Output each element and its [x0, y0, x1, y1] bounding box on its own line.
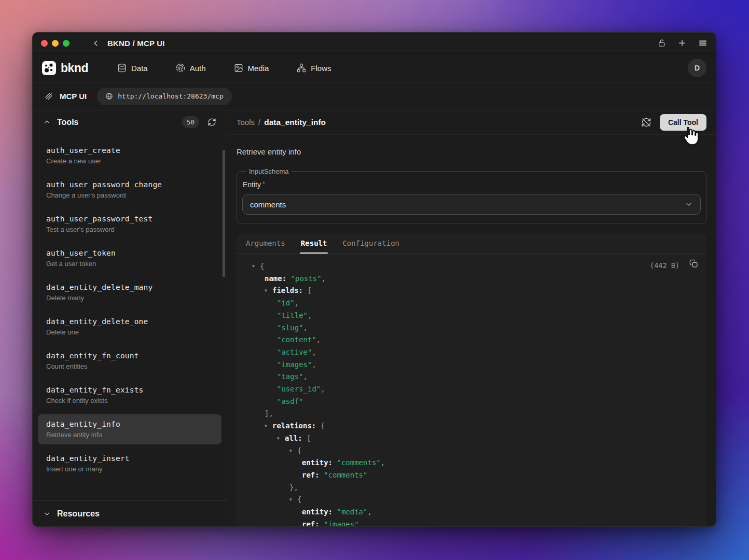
sidebar-item-data_entity_fn_count[interactable]: data_entity_fn_countCount entities: [38, 346, 221, 376]
json-line: "slug",: [245, 322, 698, 334]
json-line: entity: "media",: [245, 506, 698, 519]
window-titlebar: BKND / MCP UI: [33, 33, 716, 54]
json-key: relations:: [272, 422, 316, 430]
json-string-value: "posts": [291, 274, 322, 283]
brand-logo[interactable]: bknd: [42, 61, 88, 75]
json-line: "title",: [245, 310, 698, 322]
input-schema-fieldset: InputSchema Entity* comments: [237, 167, 706, 223]
globe-icon: [105, 92, 113, 100]
sidebar-item-data_entity_delete_one[interactable]: data_entity_delete_oneDelete one: [38, 312, 221, 342]
json-string-value: "images": [277, 360, 312, 369]
refresh-tools-button[interactable]: [207, 118, 216, 127]
nav-item-data[interactable]: Data: [117, 63, 148, 73]
content-area: Tools 50 auth_user_createCreate a new us…: [33, 110, 716, 526]
json-punctuation: ,: [321, 385, 325, 393]
expand-arrow-icon[interactable]: ▼: [265, 285, 272, 297]
close-button[interactable]: [41, 40, 48, 47]
json-line: entity: "comments",: [245, 457, 698, 469]
nav-item-flows[interactable]: Flows: [297, 63, 331, 73]
desktop: { "app": { "titlebar": { "title": "BKND …: [0, 0, 749, 560]
json-punctuation: ,: [312, 360, 316, 369]
zoom-button[interactable]: [63, 40, 70, 47]
json-punctuation: ,: [303, 372, 308, 381]
tool-name: data_entity_info: [46, 420, 213, 428]
json-tree: ▼{name: "posts",▼fields: ["id","title","…: [245, 260, 698, 526]
json-punctuation: ,: [381, 458, 385, 467]
breadcrumb-section[interactable]: Tools: [237, 118, 255, 127]
nav-item-label: Media: [248, 64, 269, 73]
sidebar-item-auth_user_password_test[interactable]: auth_user_password_testTest a user's pas…: [38, 209, 221, 239]
json-line: ▼all: [: [245, 432, 698, 445]
json-line: "tags",: [245, 371, 698, 383]
json-line: "content",: [245, 334, 698, 346]
resources-section-header[interactable]: Resources: [33, 500, 227, 526]
sidebar-item-auth_user_token[interactable]: auth_user_tokenGet a user token: [38, 243, 221, 273]
json-line: ▼{: [245, 260, 698, 273]
expand-arrow-icon[interactable]: ▼: [265, 420, 272, 432]
tools-section-header[interactable]: Tools 50: [33, 110, 227, 134]
json-string-value: "asdf": [277, 397, 303, 405]
tool-detail: Tools/data_entity_info Call Tool Retriev…: [227, 110, 716, 526]
sidebar-item-data_entity_info[interactable]: data_entity_infoRetrieve entity info: [38, 414, 221, 444]
copy-button[interactable]: [689, 259, 698, 268]
nav-item-auth[interactable]: Auth: [176, 63, 206, 73]
json-punctuation: ],: [265, 409, 273, 417]
entity-select-value: comments: [250, 200, 286, 209]
json-punctuation: ,: [303, 324, 308, 332]
tab-configuration[interactable]: Configuration: [341, 233, 400, 253]
sidebar-item-data_entity_delete_many[interactable]: data_entity_delete_manyDelete many: [38, 277, 221, 307]
titlebar-actions: [658, 38, 708, 48]
json-punctuation: {: [297, 446, 301, 455]
expand-arrow-icon[interactable]: ▼: [277, 432, 285, 445]
expand-arrow-icon[interactable]: ▼: [289, 445, 297, 457]
json-line: ▼fields: [: [245, 285, 698, 297]
json-line: "id",: [245, 297, 698, 310]
database-icon: [117, 63, 127, 73]
tab-arguments[interactable]: Arguments: [245, 233, 286, 253]
json-line: ref: "images": [245, 519, 698, 526]
json-key: ref:: [302, 471, 320, 479]
tool-description: Retrieve entity info: [237, 147, 706, 156]
nav-item-media[interactable]: Media: [234, 63, 269, 73]
tool-name: auth_user_password_test: [46, 215, 213, 223]
tool-name: data_entity_fn_exists: [46, 386, 213, 394]
expand-arrow-icon[interactable]: ▼: [289, 494, 297, 506]
tool-name: auth_user_create: [46, 146, 213, 155]
json-string-value: "users_id": [277, 385, 321, 393]
json-line: ▼{: [245, 494, 698, 506]
json-punctuation: [: [307, 434, 311, 442]
tool-description: Delete many: [46, 294, 213, 302]
new-tab-button[interactable]: [677, 38, 687, 48]
user-avatar[interactable]: D: [688, 59, 706, 77]
lock-button[interactable]: [658, 39, 666, 47]
breadcrumb-separator: /: [258, 118, 260, 127]
tab-bar: ArgumentsResultConfiguration: [237, 233, 706, 254]
tool-name: data_entity_insert: [46, 454, 213, 463]
mcp-url-text: http://localhost:28623/mcp: [118, 92, 224, 100]
traffic-lights: [41, 40, 70, 47]
json-punctuation: {: [297, 495, 301, 503]
call-tool-button[interactable]: Call Tool: [660, 114, 706, 131]
tool-name: data_entity_delete_many: [46, 283, 213, 291]
entity-select[interactable]: comments: [242, 194, 701, 215]
minimize-button[interactable]: [52, 40, 59, 47]
tool-description: Check if entity exists: [46, 397, 213, 404]
expand-arrow-icon[interactable]: ▼: [252, 260, 260, 273]
menu-button[interactable]: [698, 38, 708, 48]
auto-refresh-off-button[interactable]: [641, 117, 651, 128]
tab-result[interactable]: Result: [300, 233, 328, 253]
mcp-url[interactable]: http://localhost:28623/mcp: [97, 88, 232, 105]
chevron-down-icon: [685, 200, 693, 208]
json-string-value: "active": [277, 348, 312, 356]
back-button[interactable]: [91, 39, 100, 48]
nav-item-label: Auth: [190, 64, 206, 73]
json-line: "users_id",: [245, 383, 698, 396]
app-window: BKND / MCP UI bknd DataAuthMediaFlows D …: [32, 32, 716, 527]
window-title: BKND / MCP UI: [107, 39, 165, 48]
tool-description: Insert one or many: [46, 465, 213, 473]
sidebar-item-data_entity_fn_exists[interactable]: data_entity_fn_existsCheck if entity exi…: [38, 380, 221, 410]
sidebar-item-auth_user_password_change[interactable]: auth_user_password_changeChange a user's…: [38, 175, 221, 205]
sidebar-item-auth_user_create[interactable]: auth_user_createCreate a new user: [38, 141, 221, 171]
sidebar-scrollbar-thumb[interactable]: [223, 150, 225, 277]
sidebar-item-data_entity_insert[interactable]: data_entity_insertInsert one or many: [38, 449, 221, 479]
